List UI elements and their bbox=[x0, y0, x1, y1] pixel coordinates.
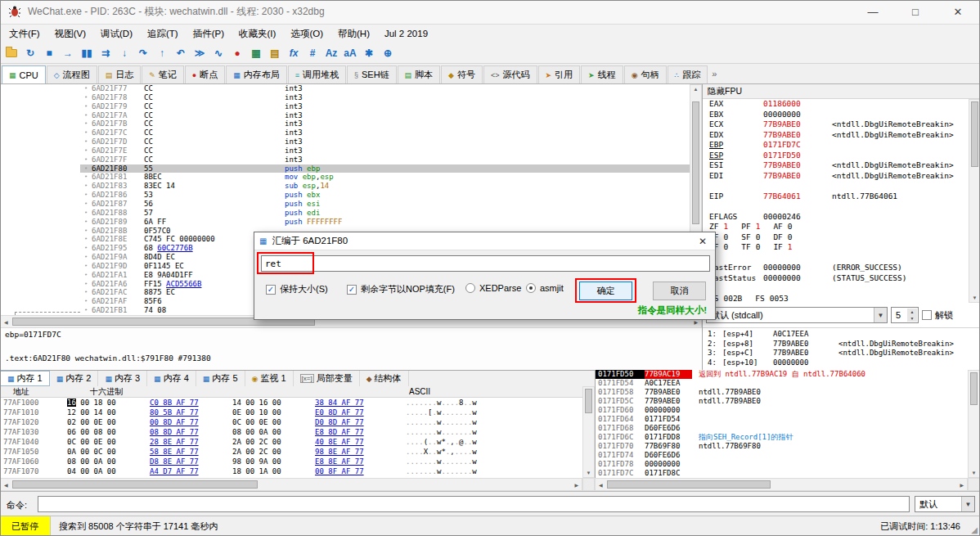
flag-value[interactable]: 1 bbox=[756, 222, 761, 231]
stack-row[interactable]: 0171FD5077B9AC19返回到 ntdll.77B9AC19 自 ntd… bbox=[596, 370, 968, 379]
selected-byte[interactable]: 16 bbox=[67, 399, 76, 407]
register-row[interactable]: EDX77B9ABE0<ntdll.DbgUiRemoteBreakin> bbox=[703, 130, 980, 141]
register-row[interactable]: EBX00000000 bbox=[703, 110, 980, 120]
register-row[interactable]: ESP0171FD50 bbox=[703, 151, 980, 161]
menu-item[interactable]: 帮助(H) bbox=[330, 25, 377, 43]
menu-item[interactable]: 视图(V) bbox=[47, 25, 93, 43]
scrollbar-thumb[interactable] bbox=[12, 480, 258, 489]
memory-map-icon[interactable]: ▦ bbox=[248, 45, 264, 61]
byte-link[interactable]: ACD5566B bbox=[166, 280, 201, 288]
scroll-down-icon[interactable]: ▼ bbox=[969, 471, 979, 475]
settings-gear-icon[interactable]: ✱ bbox=[361, 45, 377, 61]
tab-graph[interactable]: ◇流程图 bbox=[47, 65, 97, 83]
register-value[interactable]: 77B64061 bbox=[763, 191, 832, 202]
help-globe-icon[interactable]: ⊕ bbox=[380, 45, 396, 61]
stack-row[interactable]: 0171FD54A0C17EEA bbox=[596, 379, 968, 388]
spinner-down-icon[interactable]: ▼ bbox=[907, 316, 917, 321]
flag-value[interactable]: 0 bbox=[788, 222, 793, 231]
dump-row[interactable]: 77AF102002 00 0E 0000 8D AF 770C 00 0E 0… bbox=[0, 417, 582, 427]
argument-row[interactable]: 2:[esp+8]77B9ABE0<ntdll.DbgUiRemoteBreak… bbox=[703, 340, 980, 349]
scroll-left-icon[interactable]: ◀ bbox=[599, 482, 603, 488]
register-row[interactable]: EDI77B9ABE0<ntdll.DbgUiRemoteBreakin> bbox=[703, 171, 980, 182]
disasm-row[interactable]: •6AD21F8055push ebp bbox=[0, 164, 702, 173]
flag-value[interactable]: 1 bbox=[788, 242, 793, 251]
hide-fpu-button[interactable]: 隐藏FPU bbox=[703, 84, 980, 99]
disasm-row[interactable]: •6AD21F818BECmov ebp,esp bbox=[0, 173, 702, 182]
keep-size-option[interactable]: ✓ 保持大小(S) bbox=[266, 283, 328, 295]
scroll-up-icon[interactable]: ▲ bbox=[690, 87, 701, 92]
flag-value[interactable]: 0 bbox=[723, 242, 728, 251]
asmjit-radio[interactable] bbox=[526, 283, 536, 293]
register-value[interactable]: 00000000 bbox=[763, 273, 832, 284]
dump-row[interactable]: 77AF107004 00 0A 00A4 D7 AF 7718 00 1A 0… bbox=[0, 466, 582, 476]
dialog-title-bar[interactable]: ▦ 汇编于 6AD21F80 ✕ bbox=[254, 232, 715, 250]
scroll-down-icon[interactable]: ▼ bbox=[583, 471, 594, 475]
scroll-left-icon[interactable]: ◀ bbox=[4, 482, 8, 488]
flag-value[interactable]: 0 bbox=[756, 232, 761, 241]
disasm-row[interactable]: •6AD21F77CCint3 bbox=[0, 84, 702, 93]
unlock-checkbox[interactable] bbox=[922, 310, 932, 320]
open-file-icon[interactable] bbox=[3, 45, 20, 61]
tab-symbols[interactable]: ◆符号 bbox=[441, 65, 483, 83]
disasm-row[interactable]: •6AD21F7BCCint3 bbox=[0, 119, 702, 128]
menu-item[interactable]: 插件(P) bbox=[186, 25, 232, 43]
tab-script[interactable]: ▤脚本 bbox=[398, 65, 441, 83]
scroll-right-icon[interactable]: ▶ bbox=[960, 482, 964, 488]
tab-seh[interactable]: §SEH链 bbox=[347, 65, 397, 83]
dump-row[interactable]: 77AF106008 00 0A 00D8 8E AF 7798 00 9A 0… bbox=[0, 457, 582, 466]
restart-icon[interactable]: ↻ bbox=[22, 45, 38, 61]
tab-source[interactable]: <>源代码 bbox=[483, 65, 537, 83]
disasm-row[interactable]: •6AD21F7DCCint3 bbox=[0, 137, 702, 146]
tab-dump-4[interactable]: ▦内存 4 bbox=[147, 371, 196, 386]
stack-row[interactable]: 0171FD68D60FE6D6 bbox=[596, 424, 968, 433]
scrollbar-thumb[interactable] bbox=[971, 101, 978, 167]
register-row[interactable]: ESI77B9ABE0<ntdll.DbgUiRemoteBreakin> bbox=[703, 160, 980, 171]
animate-icon[interactable]: ≫ bbox=[191, 45, 208, 61]
register-row[interactable]: LastError00000000(ERROR_SUCCESS) bbox=[703, 263, 980, 273]
tab-threads[interactable]: ➤线程 bbox=[581, 65, 623, 83]
menu-item[interactable]: 文件(F) bbox=[2, 25, 47, 43]
stack-row[interactable]: 0171FD7C0171FD8C bbox=[596, 469, 968, 478]
tab-overflow-button[interactable]: » bbox=[712, 69, 717, 79]
log-icon[interactable]: ▤ bbox=[267, 45, 283, 61]
tab-dump-2[interactable]: ▦内存 2 bbox=[50, 371, 99, 386]
hash-icon[interactable]: # bbox=[304, 45, 321, 61]
register-row[interactable]: EAX01186000 bbox=[703, 99, 980, 110]
tab-dump-1[interactable]: ▦内存 1 bbox=[0, 371, 50, 386]
register-value[interactable]: 77B9ABE0 bbox=[763, 171, 832, 182]
dump-row[interactable]: 77AF103006 00 08 0008 8D AF 7708 00 0A 0… bbox=[0, 427, 582, 437]
register-value[interactable]: 00000000 bbox=[763, 110, 832, 120]
disasm-row[interactable]: •6AD21F8383EC 14sub esp,14 bbox=[0, 182, 702, 191]
stack-hscrollbar[interactable]: ◀▶ bbox=[595, 478, 968, 491]
xedparse-option[interactable]: XEDParse bbox=[465, 283, 521, 293]
tab-cpu[interactable]: ▦CPU bbox=[2, 65, 46, 83]
scrollbar-thumb[interactable] bbox=[585, 389, 592, 413]
register-row[interactable]: OF0SF0DF0 bbox=[703, 232, 980, 243]
run-to-user-icon[interactable]: ⇉ bbox=[97, 45, 114, 61]
register-value[interactable]: 01186000 bbox=[763, 99, 832, 110]
argument-row[interactable]: 3:[esp+C]77B9ABE0<ntdll.DbgUiRemoteBreak… bbox=[703, 349, 980, 358]
tab-dump-5[interactable]: ▦内存 5 bbox=[196, 371, 245, 386]
az-icon[interactable]: Az bbox=[323, 45, 339, 61]
maximize-button[interactable]: □ bbox=[908, 6, 923, 18]
register-row[interactable]: ECX77B9ABE0<ntdll.DbgUiRemoteBreakin> bbox=[703, 119, 980, 130]
tab-log[interactable]: ▤日志 bbox=[98, 65, 142, 83]
menu-item[interactable]: 选项(O) bbox=[283, 25, 330, 43]
disasm-row[interactable]: •6AD21F79CCint3 bbox=[0, 102, 702, 111]
disasm-row[interactable]: •6AD21F7ACCint3 bbox=[0, 111, 702, 120]
scroll-down-icon[interactable]: ▼ bbox=[969, 295, 980, 300]
tab-dump-3[interactable]: ▦内存 3 bbox=[98, 371, 147, 386]
stack-row[interactable]: 0171FD640171FD54 bbox=[596, 415, 968, 424]
scroll-right-icon[interactable]: ▶ bbox=[574, 482, 578, 488]
register-row[interactable]: EBP0171FD7C bbox=[703, 140, 980, 151]
scrollbar-thumb[interactable] bbox=[692, 101, 699, 224]
dump-hscrollbar[interactable]: ◀▶ bbox=[0, 478, 582, 491]
dialog-close-icon[interactable]: ✕ bbox=[695, 236, 710, 247]
flag-value[interactable]: 0 bbox=[788, 232, 793, 241]
register-row[interactable]: GS002BFS0053 bbox=[703, 294, 980, 304]
tab-call-stack[interactable]: ≡调用堆栈 bbox=[288, 65, 346, 83]
scrollbar-thumb[interactable] bbox=[970, 372, 978, 405]
skip-icon[interactable]: ↶ bbox=[173, 45, 189, 61]
scrollbar-thumb[interactable] bbox=[607, 480, 771, 489]
tab-breakpoints[interactable]: ●断点 bbox=[185, 65, 225, 83]
